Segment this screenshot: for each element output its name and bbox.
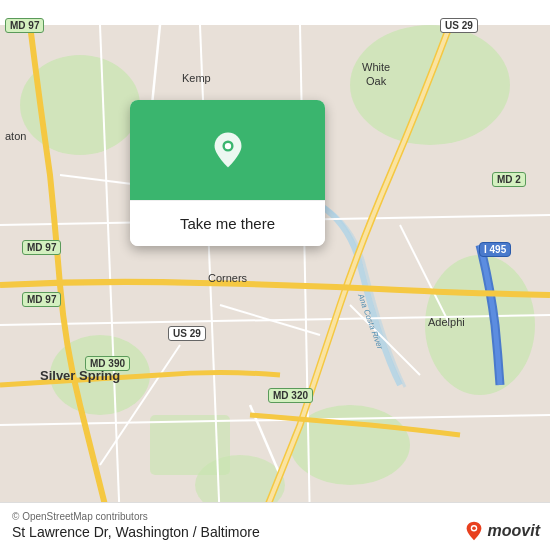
road-label-md97-top: MD 97 xyxy=(5,18,44,33)
road-label-md2: MD 2 xyxy=(492,172,526,187)
road-label-md97-left: MD 97 xyxy=(22,292,61,307)
place-white-oak: WhiteOak xyxy=(362,60,390,89)
road-label-md320: MD 320 xyxy=(268,388,313,403)
attribution-text: © OpenStreetMap contributors xyxy=(12,511,538,522)
svg-point-23 xyxy=(224,143,230,149)
road-label-md97-mid: MD 97 xyxy=(22,240,61,255)
place-silver-spring: Silver Spring xyxy=(40,368,120,383)
svg-point-25 xyxy=(472,526,476,530)
place-aton: aton xyxy=(5,130,26,142)
take-me-there-button[interactable]: Take me there xyxy=(130,200,325,246)
moovit-icon xyxy=(463,520,485,542)
place-corners: Corners xyxy=(208,272,247,284)
moovit-text: moovit xyxy=(488,522,540,540)
location-pin-icon xyxy=(209,131,247,169)
location-name-text: St Lawrence Dr, Washington / Baltimore xyxy=(12,524,538,540)
road-label-us29-mid: US 29 xyxy=(168,326,206,341)
popup-green-area xyxy=(130,100,325,200)
map-container: Ana Costa River US 29 MD 97 MD 97 MD 97 … xyxy=(0,0,550,550)
place-adelphi: Adelphi xyxy=(428,316,465,328)
road-label-i495: I 495 xyxy=(479,242,511,257)
moovit-logo: moovit xyxy=(463,520,540,542)
road-label-us29-top: US 29 xyxy=(440,18,478,33)
map-svg: Ana Costa River xyxy=(0,0,550,550)
place-kemp: Kemp xyxy=(182,72,211,84)
take-me-there-label: Take me there xyxy=(180,215,275,232)
popup-card: Take me there xyxy=(130,100,325,246)
bottom-bar: © OpenStreetMap contributors St Lawrence… xyxy=(0,502,550,550)
